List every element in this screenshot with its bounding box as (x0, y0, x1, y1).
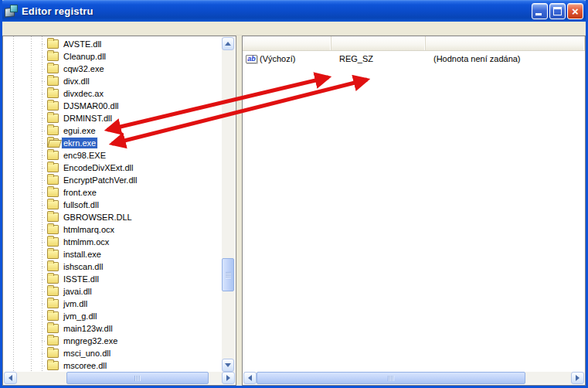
tree-item-label: AVSTE.dll (62, 39, 103, 49)
folder-icon (47, 299, 59, 308)
menu-item[interactable] (39, 27, 51, 30)
tree-item[interactable]: ekrn.exe (3, 137, 222, 149)
registry-editor-window: Editor registru × AVSTE.dll (0, 0, 588, 388)
tree-item[interactable]: cqw32.exe (3, 63, 222, 75)
string-value-icon: ab (246, 55, 257, 63)
scroll-right-button[interactable] (571, 372, 584, 384)
tree-item-label: ishscan.dll (62, 261, 104, 272)
folder-icon (47, 200, 59, 209)
list-horizontal-scrollbar[interactable] (243, 372, 584, 384)
folder-icon (47, 349, 59, 358)
folder-icon (47, 163, 59, 172)
tree-connector (42, 291, 46, 292)
arrow-right-icon (576, 375, 580, 381)
column-header[interactable] (243, 36, 331, 50)
tree-connector (42, 341, 46, 342)
folder-icon (47, 250, 59, 259)
tree-item-label: jvm.dll (62, 298, 89, 309)
value-name-cell: ab(Výchozí) (243, 54, 331, 63)
tree-item[interactable]: jvm.dll (3, 298, 222, 310)
scroll-left-button[interactable] (243, 372, 257, 384)
tree-vertical-scrollbar[interactable] (222, 37, 235, 372)
tree-item[interactable]: ishscan.dll (3, 260, 222, 273)
list-header (243, 36, 585, 51)
minimize-button[interactable] (532, 3, 548, 19)
tree-item-label: DRMINST.dll (62, 113, 114, 124)
scroll-down-button[interactable] (222, 359, 234, 372)
tree-item-label: egui.exe (62, 125, 97, 136)
folder-icon (47, 52, 59, 61)
tree-connector (42, 328, 46, 329)
tree-item[interactable]: DJSMAR00.dll (3, 100, 222, 112)
menu-item[interactable] (2, 27, 14, 30)
scrollbar-thumb[interactable] (222, 258, 234, 291)
tree-item-label: mngreg32.exe (62, 335, 119, 346)
folder-icon (47, 262, 59, 271)
tree-panel: AVSTE.dll Cleanup.dll cqw32.exe divx.dll (2, 36, 236, 386)
tree-connector (42, 242, 46, 243)
tree-item[interactable]: egui.exe (3, 124, 222, 137)
arrow-down-icon (225, 363, 231, 367)
folder-icon (47, 361, 59, 370)
tree-item[interactable]: msci_uno.dll (3, 347, 222, 359)
tree-item-label: divx.dll (62, 76, 91, 87)
panel-splitter[interactable] (236, 36, 242, 386)
tree-item[interactable]: divxdec.ax (3, 87, 222, 100)
tree-connector (42, 230, 46, 230)
menu-item[interactable] (26, 27, 39, 30)
folder-icon (47, 151, 59, 160)
tree-horizontal-scrollbar[interactable] (4, 372, 235, 384)
tree-item[interactable]: mscoree.dll (3, 359, 222, 372)
folder-icon (47, 77, 59, 86)
scrollbar-thumb[interactable] (66, 372, 209, 384)
title-bar[interactable]: Editor registru × (0, 0, 588, 22)
tree-item[interactable]: jvm_g.dll (3, 310, 222, 322)
tree-item[interactable]: EncryptPatchVer.dll (3, 174, 222, 186)
folder-icon (47, 225, 59, 234)
tree-item[interactable]: Cleanup.dll (3, 50, 222, 63)
menu-item[interactable] (14, 27, 26, 30)
folder-icon (47, 311, 59, 321)
scroll-left-button[interactable] (4, 372, 17, 384)
tree-item[interactable]: DRMINST.dll (3, 112, 222, 124)
folder-icon (47, 138, 59, 148)
tree-item-label: ISSTE.dll (62, 274, 100, 284)
tree-connector (42, 254, 46, 255)
arrow-up-icon (225, 42, 231, 46)
maximize-button[interactable] (549, 3, 566, 19)
tree-item-label: javai.dll (62, 286, 93, 297)
folder-icon (47, 213, 59, 222)
column-header[interactable] (331, 36, 426, 50)
tree-item[interactable]: divx.dll (3, 75, 222, 87)
tree-item[interactable]: fullsoft.dll (3, 199, 222, 211)
value-row[interactable]: ab(Výchozí) REG_SZ (Hodnota není zadána) (243, 53, 585, 65)
tree-connector (42, 192, 46, 193)
tree-item-label: GBROWSER.DLL (62, 212, 134, 223)
tree-item[interactable]: mngreg32.exe (3, 335, 222, 347)
tree-item[interactable]: GBROWSER.DLL (3, 211, 222, 223)
column-header[interactable] (426, 36, 585, 50)
tree-item[interactable]: htmlmarq.ocx (3, 223, 222, 236)
tree-item[interactable]: htmlmm.ocx (3, 236, 222, 248)
menu-item[interactable] (51, 27, 63, 30)
scrollbar-thumb[interactable] (257, 372, 525, 384)
tree-item[interactable]: front.exe (3, 186, 222, 199)
scroll-right-button[interactable] (222, 372, 235, 384)
tree-item-label: main123w.dll (62, 323, 114, 334)
tree-item[interactable]: EncodeDivXExt.dll (3, 162, 222, 174)
tree-item[interactable]: enc98.EXE (3, 149, 222, 162)
tree-item-label: DJSMAR00.dll (62, 100, 121, 111)
scroll-up-button[interactable] (222, 37, 234, 50)
tree-item-label: front.exe (62, 187, 98, 198)
tree-item[interactable]: main123w.dll (3, 322, 222, 335)
close-icon: × (568, 4, 583, 19)
arrow-left-icon (8, 375, 12, 381)
tree-item[interactable]: javai.dll (3, 285, 222, 298)
tree-item-label: enc98.EXE (62, 150, 107, 161)
tree-item[interactable]: ISSTE.dll (3, 273, 222, 285)
arrow-right-icon (226, 375, 230, 381)
tree-connector (42, 366, 46, 366)
tree-item[interactable]: AVSTE.dll (3, 38, 222, 50)
close-button[interactable]: × (567, 3, 583, 19)
tree-item[interactable]: install.exe (3, 248, 222, 260)
